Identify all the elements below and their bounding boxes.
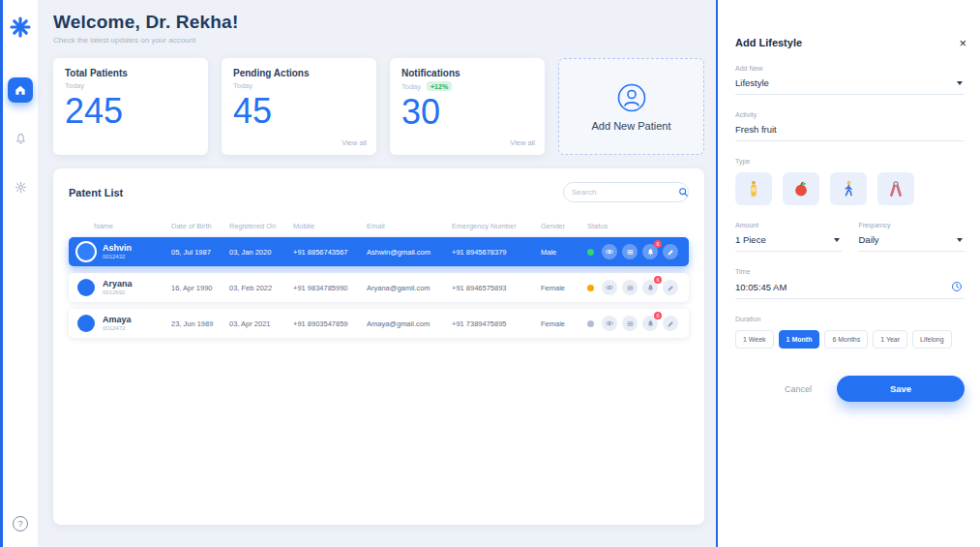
add-lifestyle-panel: × Add Lifestyle Add New Lifestyle Activi… bbox=[716, 0, 980, 547]
edit-button[interactable] bbox=[663, 316, 678, 331]
patient-dob: 16, Apr 1990 bbox=[171, 284, 229, 292]
add-new-field: Add New Lifestyle bbox=[735, 65, 965, 95]
table-row[interactable]: Ashvin 0012432 05, Jul 1987 03, Jan 2020… bbox=[69, 237, 689, 266]
add-new-patient-button[interactable]: Add New Patient bbox=[558, 58, 704, 155]
duration-field: Duration 1 Week 1 Month 6 Months 1 Year … bbox=[735, 316, 965, 349]
status-dot bbox=[587, 249, 594, 256]
eye-icon bbox=[605, 247, 614, 257]
search-input[interactable] bbox=[572, 188, 678, 197]
column-header: Email bbox=[367, 222, 452, 230]
type-option-apple[interactable] bbox=[783, 172, 819, 205]
cancel-button[interactable]: Cancel bbox=[785, 384, 812, 394]
add-new-select[interactable]: Lifestyle bbox=[735, 72, 965, 95]
patient-email: Amaya@gmail.com bbox=[367, 319, 452, 328]
patient-gender: Male bbox=[541, 248, 587, 257]
question-icon: ? bbox=[17, 519, 22, 529]
view-button[interactable] bbox=[602, 244, 617, 259]
patient-emergency: +91 8945678379 bbox=[452, 248, 541, 257]
patient-mobile: +91 8856743567 bbox=[293, 248, 367, 257]
alert-count-badge: 6 bbox=[654, 276, 662, 284]
patient-email: Ashwin@gmail.com bbox=[367, 248, 452, 257]
time-picker[interactable]: 10:05:45 AM bbox=[735, 275, 965, 299]
records-button[interactable] bbox=[622, 316, 638, 331]
duration-chip-1-month[interactable]: 1 Month bbox=[779, 330, 820, 349]
gear-icon bbox=[15, 181, 27, 194]
type-option-hand-grip[interactable] bbox=[877, 172, 914, 205]
app-window: ? Welcome, Dr. Rekha! Check the latest u… bbox=[0, 0, 980, 547]
type-option-walking[interactable] bbox=[830, 172, 867, 205]
time-value: 10:05:45 AM bbox=[735, 282, 787, 292]
view-all-link[interactable]: View all bbox=[510, 138, 535, 147]
view-button[interactable] bbox=[602, 316, 617, 331]
records-button[interactable] bbox=[622, 244, 638, 259]
amount-select[interactable]: 1 Piece bbox=[735, 228, 842, 252]
duration-chip-lifelong[interactable]: Lifelong bbox=[912, 330, 952, 349]
alerts-button[interactable]: 6 bbox=[642, 280, 658, 295]
avatar bbox=[77, 279, 95, 296]
selected-value: Lifestyle bbox=[735, 77, 769, 88]
duration-chip-6-months[interactable]: 6 Months bbox=[824, 330, 868, 349]
field-label: Time bbox=[735, 268, 965, 275]
list-icon bbox=[626, 284, 635, 292]
page-title: Welcome, Dr. Rekha! bbox=[53, 12, 704, 33]
alerts-button[interactable]: 6 bbox=[642, 244, 658, 259]
table-row[interactable]: Aryana 0012692 16, Apr 1990 03, Feb 2022… bbox=[69, 273, 689, 302]
column-header: Date of Birth bbox=[171, 222, 229, 230]
bell-icon bbox=[646, 284, 655, 292]
field-label: Duration bbox=[735, 316, 965, 322]
patient-dob: 05, Jul 1987 bbox=[171, 248, 229, 257]
avatar bbox=[77, 315, 95, 332]
amount-field: Amount 1 Piece bbox=[735, 222, 842, 252]
duration-chip-1-week[interactable]: 1 Week bbox=[735, 330, 774, 349]
edit-button[interactable] bbox=[663, 244, 678, 259]
column-header: Name bbox=[69, 222, 171, 230]
patient-name: Aryana bbox=[103, 280, 133, 289]
page-subtitle: Check the latest updates on your account bbox=[53, 36, 704, 45]
time-field: Time 10:05:45 AM bbox=[735, 268, 965, 299]
patient-email: Aryana@gamil.com bbox=[367, 284, 452, 292]
list-icon bbox=[626, 248, 635, 257]
close-icon[interactable]: × bbox=[959, 37, 966, 49]
stat-card-pending-actions: Pending Actions Today 45 View all bbox=[222, 58, 376, 155]
home-icon bbox=[14, 83, 27, 97]
table-row[interactable]: Amaya 0012472 23, Jun 1989 03, Apr 2021 … bbox=[69, 309, 689, 338]
sidebar-item-home[interactable] bbox=[8, 77, 33, 103]
view-all-link[interactable]: View all bbox=[342, 138, 367, 147]
stat-card-notifications: Notifications Today +12% 30 View all bbox=[390, 58, 545, 155]
status-dot bbox=[587, 285, 594, 291]
stat-period: Today bbox=[233, 81, 252, 90]
patient-id: 0012692 bbox=[103, 289, 133, 295]
sidebar-item-settings[interactable] bbox=[8, 174, 33, 199]
bottle-icon bbox=[744, 179, 763, 198]
main-content: Welcome, Dr. Rekha! Check the latest upd… bbox=[38, 0, 714, 547]
field-label: Add New bbox=[735, 65, 965, 72]
help-button[interactable]: ? bbox=[13, 516, 28, 532]
add-patient-label: Add New Patient bbox=[592, 120, 671, 132]
frequency-select[interactable]: Daily bbox=[859, 228, 965, 252]
column-header: Status bbox=[587, 222, 689, 230]
patient-name: Amaya bbox=[103, 316, 132, 325]
panel-title: Add Lifestyle bbox=[735, 37, 965, 48]
records-button[interactable] bbox=[622, 280, 638, 295]
amount-frequency-row: Amount 1 Piece Frequency Daily bbox=[735, 222, 965, 252]
save-button[interactable]: Save bbox=[837, 376, 965, 402]
sidebar-item-notifications[interactable] bbox=[8, 126, 33, 151]
pencil-icon bbox=[667, 319, 675, 328]
alerts-button[interactable]: 6 bbox=[642, 316, 658, 331]
selected-value: Daily bbox=[859, 234, 879, 245]
search-box[interactable] bbox=[563, 182, 689, 202]
activity-input[interactable] bbox=[735, 124, 963, 135]
edit-button[interactable] bbox=[663, 280, 678, 295]
type-option-bottle[interactable] bbox=[735, 172, 772, 205]
app-logo bbox=[9, 15, 32, 39]
patient-id: 0012432 bbox=[103, 254, 132, 259]
search-icon[interactable] bbox=[678, 187, 689, 198]
stat-value: 245 bbox=[65, 94, 196, 129]
stat-period: Today bbox=[401, 82, 421, 91]
view-button[interactable] bbox=[602, 280, 617, 295]
pencil-icon bbox=[667, 284, 675, 292]
patient-registered: 03, Apr 2021 bbox=[229, 319, 293, 328]
activity-input-wrap[interactable] bbox=[735, 118, 965, 141]
stat-title: Total Patients bbox=[65, 68, 196, 78]
duration-chip-1-year[interactable]: 1 Year bbox=[873, 330, 907, 349]
